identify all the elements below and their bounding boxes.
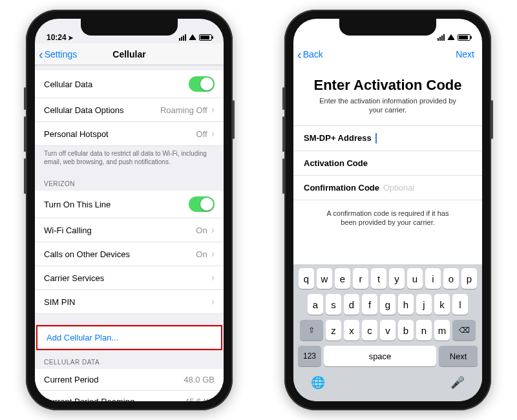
wifi-icon: [189, 33, 196, 42]
nav-bar: ‹Settings Cellular: [35, 43, 224, 65]
section-header-cellular-data: CELLULAR DATA: [35, 350, 224, 369]
key-v[interactable]: v: [380, 320, 396, 341]
location-icon: ➤: [68, 34, 73, 41]
chevron-left-icon: ‹: [297, 50, 302, 59]
status-time: 10:24: [47, 33, 67, 42]
battery-icon: [199, 34, 212, 41]
key-f[interactable]: f: [362, 294, 377, 315]
key-space[interactable]: space: [324, 346, 436, 366]
keyboard-row-3: ⇧zxcvbnm⌫: [295, 320, 480, 341]
key-e[interactable]: e: [335, 268, 350, 289]
key-d[interactable]: d: [344, 294, 359, 315]
key-k[interactable]: k: [434, 294, 450, 315]
settings-list[interactable]: Cellular Data Cellular Data Options Roam…: [35, 65, 224, 401]
signal-icon: [438, 34, 445, 41]
key-h[interactable]: h: [398, 294, 414, 315]
toggle-line[interactable]: [189, 196, 215, 212]
key-w[interactable]: w: [317, 268, 332, 289]
key-c[interactable]: c: [362, 320, 377, 341]
page-subtitle: Enter the activation information provide…: [293, 96, 482, 125]
keyboard-row-2: asdfghjkl: [295, 294, 480, 315]
wifi-icon: [447, 33, 455, 42]
field-confirmation-code[interactable]: Confirmation Code Optional: [293, 175, 482, 200]
key-next[interactable]: Next: [439, 346, 478, 366]
text-cursor: [375, 133, 377, 143]
mic-icon[interactable]: 🎤: [450, 375, 465, 390]
chevron-right-icon: ›: [211, 296, 215, 308]
signal-icon: [179, 34, 186, 41]
field-smdp-address[interactable]: SM-DP+ Address: [293, 125, 482, 151]
cell-calls-other[interactable]: Calls on Other Devices On›: [35, 242, 224, 266]
cell-wifi-calling[interactable]: Wi-Fi Calling On›: [35, 218, 224, 242]
key-i[interactable]: i: [425, 268, 441, 289]
key-a[interactable]: a: [308, 294, 323, 315]
section-footer: Turn off cellular data to restrict all d…: [35, 146, 224, 171]
cell-data-options[interactable]: Cellular Data Options Roaming Off›: [35, 98, 224, 122]
cell-cellular-data[interactable]: Cellular Data: [35, 70, 224, 98]
key-y[interactable]: y: [389, 268, 405, 289]
toggle-cellular-data[interactable]: [189, 76, 215, 92]
confirmation-hint: A confirmation code is required if it ha…: [293, 200, 482, 237]
highlight-add-plan: Add Cellular Plan...: [36, 325, 222, 350]
keyboard-row-4: 123 space Next: [295, 346, 480, 366]
chevron-left-icon: ‹: [39, 50, 43, 59]
key-t[interactable]: t: [371, 268, 386, 289]
key-j[interactable]: j: [416, 294, 432, 315]
key-n[interactable]: n: [416, 320, 432, 341]
key-l[interactable]: l: [452, 294, 468, 315]
key-q[interactable]: q: [299, 268, 314, 289]
notch: [81, 19, 178, 36]
chevron-right-icon: ›: [211, 272, 215, 284]
key-x[interactable]: x: [344, 320, 359, 341]
section-header-verizon: VERIZON: [35, 171, 224, 191]
chevron-right-icon: ›: [211, 128, 215, 140]
key-z[interactable]: z: [326, 320, 341, 341]
key-s[interactable]: s: [326, 294, 341, 315]
right-phone-frame: ‹Back Next Enter Activation Code Enter t…: [284, 10, 491, 410]
key-123[interactable]: 123: [298, 346, 321, 366]
key-g[interactable]: g: [380, 294, 396, 315]
chevron-right-icon: ›: [211, 224, 215, 236]
next-button[interactable]: Next: [456, 49, 474, 59]
cell-current-period-roaming: Current Period Roaming 45.6 KB: [35, 391, 224, 401]
key-u[interactable]: u: [407, 268, 423, 289]
keyboard-row-1: qwertyuiop: [295, 268, 480, 289]
key-shift[interactable]: ⇧: [300, 320, 323, 341]
key-r[interactable]: r: [353, 268, 368, 289]
chevron-right-icon: ›: [211, 248, 215, 260]
battery-icon: [458, 34, 470, 41]
chevron-right-icon: ›: [211, 104, 215, 116]
page-title: Enter Activation Code: [293, 65, 482, 96]
cell-current-period: Current Period 48.0 GB: [35, 369, 224, 391]
key-m[interactable]: m: [434, 320, 450, 341]
key-p[interactable]: p: [461, 268, 477, 289]
key-o[interactable]: o: [443, 268, 459, 289]
key-backspace[interactable]: ⌫: [452, 320, 476, 341]
nav-bar: ‹Back Next: [293, 43, 482, 65]
nav-title: Cellular: [112, 49, 145, 59]
globe-icon[interactable]: 🌐: [311, 375, 325, 390]
left-phone-frame: 10:24➤ ‹Settings Cellular Cellular Data …: [26, 10, 233, 410]
back-button[interactable]: ‹Settings: [39, 49, 77, 59]
keyboard[interactable]: qwertyuiop asdfghjkl ⇧zxcvbnm⌫ 123 space…: [293, 264, 482, 401]
cell-add-cellular-plan[interactable]: Add Cellular Plan...: [37, 326, 221, 349]
cell-hotspot[interactable]: Personal Hotspot Off›: [35, 122, 224, 146]
cell-turn-on-line[interactable]: Turn On This Line: [35, 191, 224, 218]
cell-carrier-services[interactable]: Carrier Services ›: [35, 266, 224, 290]
cell-sim-pin[interactable]: SIM PIN ›: [35, 290, 224, 314]
back-button[interactable]: ‹Back: [297, 49, 323, 59]
field-activation-code[interactable]: Activation Code: [293, 151, 482, 176]
notch: [339, 19, 436, 36]
key-b[interactable]: b: [398, 320, 414, 341]
